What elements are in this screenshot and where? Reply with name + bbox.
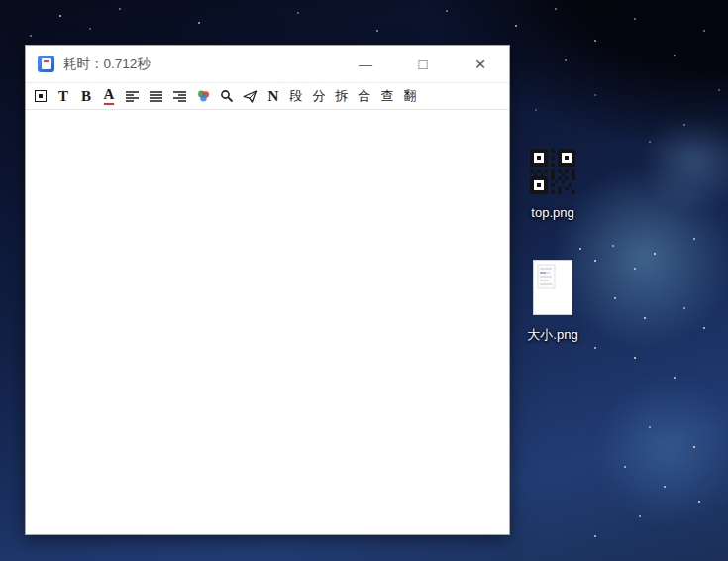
- lookup-tool[interactable]: 查: [380, 86, 394, 106]
- insert-frame-icon[interactable]: [34, 86, 48, 106]
- app-icon: [38, 56, 54, 72]
- app-window: 耗时：0.712秒 — □ × T B A: [25, 45, 510, 535]
- wallpaper-city-lights: [0, 0, 2, 2]
- send-icon[interactable]: [243, 86, 258, 106]
- desktop-icon-label: 大小.png: [527, 326, 577, 344]
- font-color-tool[interactable]: A: [102, 86, 116, 106]
- text-tool[interactable]: T: [56, 86, 70, 106]
- window-title: 耗时：0.712秒: [63, 56, 151, 73]
- desktop-icon-daxiao-png[interactable]: 大小.png: [515, 260, 590, 344]
- align-left-icon[interactable]: [125, 86, 140, 106]
- editor-area[interactable]: [26, 110, 509, 534]
- align-right-icon[interactable]: [172, 86, 187, 106]
- translate-tool[interactable]: 翻: [403, 86, 417, 106]
- toolbar: T B A: [26, 82, 509, 110]
- close-button[interactable]: ×: [466, 46, 495, 82]
- bold-tool[interactable]: B: [79, 86, 93, 106]
- palette-icon[interactable]: [196, 86, 211, 106]
- align-justify-icon[interactable]: [149, 86, 163, 106]
- paragraph-tool[interactable]: 段: [289, 86, 303, 106]
- minimize-button[interactable]: —: [351, 46, 380, 82]
- merge-tool[interactable]: 合: [358, 86, 371, 106]
- image-thumbnail: [533, 260, 572, 315]
- desktop-icon-label: top.png: [531, 205, 573, 220]
- qr-code-thumbnail: [530, 149, 575, 194]
- title-bar[interactable]: 耗时：0.712秒 — □ ×: [26, 46, 509, 82]
- split-tool[interactable]: 拆: [335, 86, 349, 106]
- maximize-button[interactable]: □: [408, 46, 438, 82]
- desktop-icon-top-png[interactable]: top.png: [515, 149, 590, 220]
- search-icon[interactable]: [220, 86, 234, 106]
- note-tool[interactable]: N: [266, 86, 280, 106]
- wallpaper-city-glow-2: [594, 377, 728, 525]
- split-paragraph-tool[interactable]: 分: [312, 86, 326, 106]
